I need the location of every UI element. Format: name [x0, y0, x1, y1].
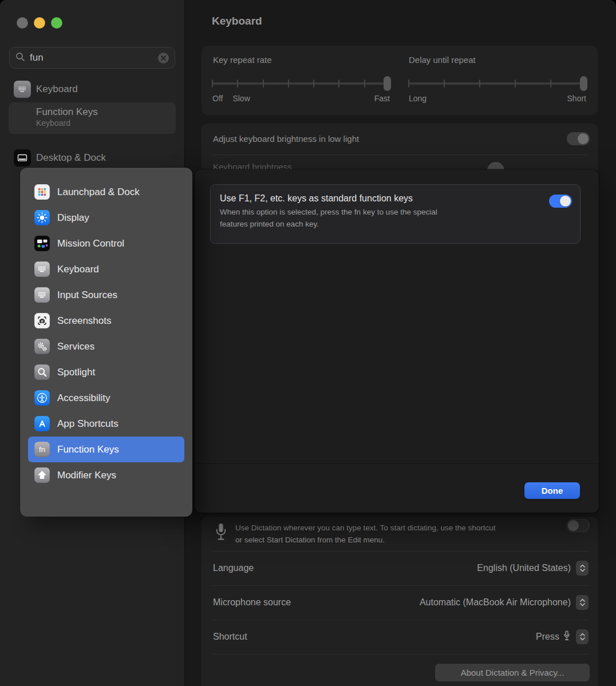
menu-item-accessibility[interactable]: Accessibility [28, 385, 184, 411]
sidebar-item-keyboard[interactable]: Keyboard [0, 81, 78, 98]
search-input[interactable] [30, 52, 158, 64]
dictation-toggle[interactable] [567, 519, 590, 532]
screenshots-icon [34, 313, 50, 328]
modifier-keys-icon [34, 467, 50, 483]
menu-item-spotlight[interactable]: Spotlight [28, 359, 184, 385]
divider [195, 463, 598, 464]
sidebar-item-label: Desktop & Dock [36, 152, 106, 164]
menu-item-modifier-keys[interactable]: Modifier Keys [28, 462, 184, 488]
shortcut-label: Shortcut [213, 632, 247, 642]
launchpad-icon [34, 184, 50, 200]
minimize-button[interactable] [34, 17, 45, 29]
language-label: Language [213, 563, 254, 573]
search-results-menu: Launchpad & Dock Display Mission Control… [20, 168, 192, 517]
keyboard-icon [34, 261, 50, 277]
language-value: English (United States) [477, 563, 571, 573]
shortcut-value: Press [536, 630, 571, 644]
menu-item-input-sources[interactable]: Input Sources [28, 282, 184, 308]
dictation-card: Use Dictation wherever you can type text… [202, 517, 598, 686]
result-subtitle: Keyboard [36, 118, 176, 128]
dictation-description: Use Dictation wherever you can type text… [235, 522, 564, 546]
about-dictation-privacy-button[interactable]: About Dictation & Privacy... [435, 664, 590, 681]
menu-item-screenshots[interactable]: Screenshots [28, 308, 184, 334]
menu-item-launchpad-dock[interactable]: Launchpad & Dock [28, 179, 184, 205]
menu-item-services[interactable]: Services [28, 334, 184, 359]
microphone-source-value: Automatic (MacBook Air Microphone) [420, 597, 571, 608]
input-sources-icon [34, 287, 50, 303]
close-button[interactable] [17, 17, 28, 29]
clear-icon[interactable] [158, 53, 169, 64]
sidebar-item-label: Keyboard [36, 84, 78, 95]
microphone-source-label: Microphone source [213, 597, 291, 608]
display-icon [34, 210, 50, 225]
microphone-icon [563, 630, 571, 644]
system-settings-window: Keyboard Function Keys Keyboard Desktop … [0, 0, 616, 686]
language-stepper[interactable] [576, 561, 589, 576]
menu-item-function-keys[interactable]: fn Function Keys [28, 437, 184, 462]
microphone-icon [214, 521, 228, 547]
search-icon [15, 52, 25, 64]
sidebar-item-desktop-dock[interactable]: Desktop & Dock [0, 149, 106, 166]
microphone-source-stepper[interactable] [576, 595, 589, 610]
done-button[interactable]: Done [524, 482, 580, 499]
option-title: Use F1, F2, etc. keys as standard functi… [220, 193, 571, 204]
menu-item-keyboard[interactable]: Keyboard [28, 256, 184, 282]
services-icon [34, 339, 50, 354]
spotlight-icon [34, 364, 50, 380]
accessibility-icon [34, 390, 50, 406]
app-shortcuts-icon [34, 416, 50, 431]
function-keys-icon: fn [34, 442, 50, 457]
keyboard-icon [14, 81, 31, 98]
search-field[interactable] [9, 47, 175, 69]
zoom-button[interactable] [51, 17, 62, 29]
menu-item-mission-control[interactable]: Mission Control [28, 231, 184, 256]
mission-control-icon [34, 236, 50, 251]
menu-item-display[interactable]: Display [28, 205, 184, 231]
shortcut-stepper[interactable] [576, 629, 589, 644]
menu-item-app-shortcuts[interactable]: App Shortcuts [28, 411, 184, 437]
result-title: Function Keys [36, 106, 176, 118]
function-keys-option-box: Use F1, F2, etc. keys as standard functi… [210, 184, 581, 244]
option-description: When this option is selected, press the … [220, 207, 571, 230]
function-keys-sheet: Use F1, F2, etc. keys as standard functi… [195, 169, 599, 513]
divider [213, 654, 589, 655]
desktop-dock-icon [14, 149, 31, 166]
search-result-function-keys[interactable]: Function Keys Keyboard [9, 102, 176, 134]
function-keys-toggle[interactable] [549, 195, 572, 208]
